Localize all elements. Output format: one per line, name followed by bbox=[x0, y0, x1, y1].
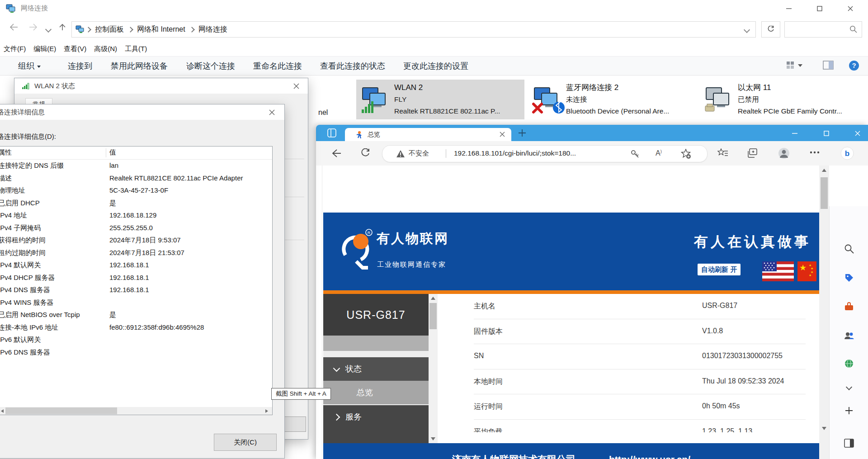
menu-item[interactable]: 高级(N) bbox=[94, 45, 117, 53]
sidebar-search-icon[interactable] bbox=[844, 243, 854, 254]
details-row[interactable]: IPv4 WINS 服务器 bbox=[0, 297, 272, 309]
sidebar-panel-toggle-icon[interactable] bbox=[844, 438, 854, 449]
scrollbar-thumb[interactable] bbox=[5, 407, 117, 414]
up-icon[interactable] bbox=[59, 24, 66, 31]
details-row[interactable]: 已启用 NetBIOS over Tcpip 是 bbox=[0, 309, 272, 322]
breadcrumb-control-panel[interactable]: 控制面板 bbox=[92, 25, 127, 34]
toolbar-button[interactable]: 重命名此连接 bbox=[253, 61, 302, 71]
details-row[interactable]: 描述 Realtek RTL8821CE 802.11ac PCIe Adapt… bbox=[0, 172, 272, 185]
sidebar-item-overview[interactable]: 总览 bbox=[323, 381, 429, 404]
tab-overview[interactable]: 总览 bbox=[345, 128, 511, 141]
settings-more-icon[interactable] bbox=[810, 151, 820, 154]
refresh-icon[interactable] bbox=[360, 148, 370, 158]
network-item-wifi[interactable]: WLAN 2 FLY Realtek RTL8821CE 802.11ac P.… bbox=[356, 80, 524, 119]
sidebar-add-icon[interactable] bbox=[844, 405, 854, 416]
breadcrumb-network-connections[interactable]: 网络连接 bbox=[196, 25, 230, 34]
auto-refresh-toggle[interactable]: 自动刷新 开 bbox=[698, 264, 741, 275]
bing-discover-icon[interactable]: b bbox=[840, 147, 854, 160]
toolbar-button[interactable]: 诊断这个连接 bbox=[186, 61, 235, 71]
sidebar-item-status[interactable]: 状态 bbox=[323, 357, 429, 381]
toolbar-button[interactable]: 组织 bbox=[18, 61, 41, 71]
menu-item[interactable]: 文件(F) bbox=[4, 45, 26, 53]
sidebar-shopping-icon[interactable] bbox=[844, 272, 854, 283]
toolbar-button[interactable]: 禁用此网络设备 bbox=[111, 61, 168, 71]
menu-item[interactable]: 查看(V) bbox=[64, 45, 86, 53]
scroll-right-icon[interactable] bbox=[265, 409, 268, 413]
scroll-up-icon[interactable] bbox=[822, 169, 826, 172]
view-options-icon[interactable] bbox=[786, 60, 804, 71]
minimize-button[interactable] bbox=[784, 125, 805, 142]
usa-flag-icon[interactable] bbox=[762, 261, 794, 281]
sidebar-item-services[interactable]: 服务 bbox=[323, 405, 429, 429]
close-icon[interactable] bbox=[289, 80, 303, 92]
frame-vertical-scrollbar[interactable] bbox=[429, 294, 438, 443]
scrollbar-thumb[interactable] bbox=[429, 303, 437, 329]
scrollbar-thumb[interactable] bbox=[821, 177, 828, 209]
read-aloud-icon[interactable]: A) bbox=[656, 149, 662, 157]
details-row[interactable]: 连接-本地 IPv6 地址 fe80::6912:358f:d96b:4695%… bbox=[0, 322, 272, 334]
details-row[interactable]: IPv4 子网掩码 255.255.255.0 bbox=[0, 222, 272, 235]
url-text[interactable]: 192.168.18.101/cgi-bin/luci/;stok=180... bbox=[454, 149, 576, 157]
search-icon[interactable] bbox=[849, 25, 857, 33]
sidebar-toolbox-icon[interactable] bbox=[844, 301, 854, 312]
close-icon[interactable] bbox=[264, 106, 279, 118]
security-label[interactable]: 不安全 bbox=[409, 149, 429, 158]
sidebar-people-icon[interactable] bbox=[844, 330, 854, 341]
close-button[interactable] bbox=[840, 0, 861, 17]
network-item-ethernet[interactable]: 以太网 11 已禁用 Realtek PCIe GbE Family Contr… bbox=[700, 80, 868, 119]
breadcrumb-network-internet[interactable]: 网络和 Internet bbox=[134, 25, 188, 34]
details-row[interactable]: IPv4 DNS 服务器 192.168.18.1 bbox=[0, 284, 272, 297]
scroll-up-icon[interactable] bbox=[431, 297, 435, 300]
tab-actions-icon[interactable] bbox=[327, 128, 337, 138]
preview-pane-icon[interactable] bbox=[823, 61, 834, 70]
forward-icon[interactable] bbox=[29, 24, 38, 31]
details-horizontal-scrollbar[interactable] bbox=[0, 407, 272, 415]
page-vertical-scrollbar[interactable] bbox=[819, 166, 829, 459]
details-row[interactable]: 租约过期的时间 2024年7月18日 21:53:07 bbox=[0, 247, 272, 260]
menu-item[interactable]: 工具(T) bbox=[125, 45, 147, 53]
toolbar-button[interactable]: 连接到 bbox=[68, 61, 92, 71]
details-row[interactable]: IPv4 默认网关 192.168.18.1 bbox=[0, 259, 272, 272]
back-icon[interactable] bbox=[331, 149, 341, 158]
favorites-icon[interactable] bbox=[717, 148, 728, 158]
new-tab-icon[interactable] bbox=[518, 128, 527, 137]
tab-close-icon[interactable] bbox=[500, 132, 505, 137]
scroll-left-icon[interactable] bbox=[1, 409, 4, 413]
close-button[interactable] bbox=[847, 125, 868, 142]
details-row[interactable]: 已启用 DHCP 是 bbox=[0, 197, 272, 210]
details-row[interactable]: IPv6 默认网关 bbox=[0, 334, 272, 346]
scroll-down-icon[interactable] bbox=[822, 427, 826, 430]
menu-item[interactable]: 编辑(E) bbox=[33, 45, 56, 53]
details-row[interactable]: IPv4 DHCP 服务器 192.168.18.1 bbox=[0, 272, 272, 284]
network-item-bluetooth[interactable]: 蓝牙网络连接 2 未连接 Bluetooth Device (Personal … bbox=[528, 80, 696, 119]
password-key-icon[interactable] bbox=[630, 149, 640, 159]
sidebar-globe-icon[interactable] bbox=[844, 358, 854, 369]
details-row[interactable]: IPv4 地址 192.168.18.129 bbox=[0, 209, 272, 222]
search-input[interactable] bbox=[784, 21, 862, 38]
favorite-star-icon[interactable] bbox=[681, 149, 691, 159]
details-row[interactable]: IPv6 DNS 服务器 bbox=[0, 346, 272, 359]
footer-url[interactable]: http://www.usr.cn/ bbox=[609, 454, 690, 459]
back-icon[interactable] bbox=[9, 24, 18, 31]
recent-pages-icon[interactable] bbox=[46, 27, 51, 32]
address-dropdown-icon[interactable] bbox=[745, 28, 749, 32]
details-row[interactable]: 获得租约的时间 2024年7月18日 9:53:07 bbox=[0, 234, 272, 247]
china-flag-icon[interactable]: ★★★★★ bbox=[797, 261, 816, 281]
maximize-button[interactable] bbox=[816, 125, 837, 142]
toolbar-button[interactable]: 更改此连接的设置 bbox=[403, 61, 468, 71]
profile-avatar[interactable] bbox=[778, 147, 790, 159]
sidebar-more-chevron-icon[interactable] bbox=[844, 382, 854, 393]
help-icon[interactable]: ? bbox=[848, 60, 860, 71]
address-bar[interactable]: 控制面板 网络和 Internet 网络连接 bbox=[71, 21, 756, 38]
details-row[interactable]: 物理地址 5C-3A-45-27-13-0F bbox=[0, 185, 272, 197]
details-row[interactable]: 连接特定的 DNS 后缀 lan bbox=[0, 160, 272, 172]
refresh-button[interactable] bbox=[761, 21, 780, 38]
address-pill[interactable]: 不安全 192.168.18.101/cgi-bin/luci/;stok=18… bbox=[382, 145, 708, 162]
scroll-down-icon[interactable] bbox=[431, 437, 435, 440]
maximize-button[interactable] bbox=[809, 0, 830, 17]
overview-value: V1.0.8 bbox=[702, 327, 723, 335]
collections-icon[interactable] bbox=[747, 148, 757, 158]
toolbar-button[interactable]: 查看此连接的状态 bbox=[320, 61, 385, 71]
close-details-button[interactable]: 关闭(C) bbox=[214, 434, 277, 451]
minimize-button[interactable] bbox=[778, 0, 799, 17]
